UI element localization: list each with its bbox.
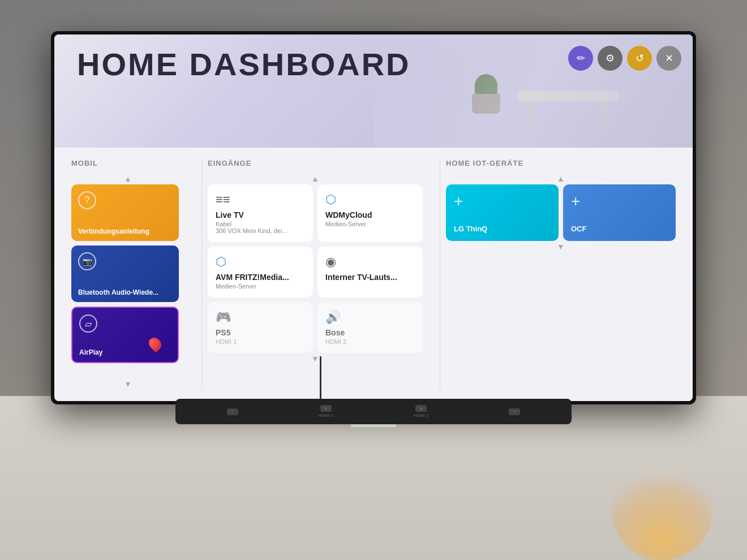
table-top [517, 91, 619, 101]
eingang-interner[interactable]: ◉ Interner TV-Lauts... [317, 247, 423, 298]
livetv-sub1: Kabel [216, 221, 305, 227]
eingang-livetv[interactable]: ≡≡ Live TV Kabel 306 VOX Mein Kind, dei.… [208, 184, 313, 242]
tv-frame: HOME DASHBOARD ✏ ⚙ ↺ ✕ MOBIL ▲ ? Verbind… [51, 31, 696, 404]
table-leg-right [602, 101, 608, 124]
ps5-sub1: HDMI 1 [216, 338, 305, 345]
plant [475, 74, 497, 97]
table-legs [517, 101, 619, 124]
lgthinq-plus: + [454, 192, 551, 210]
ocf-label: OCF [571, 225, 668, 233]
soundbar-hdmi1-btn[interactable]: ≡ HDMI 1 [318, 405, 333, 418]
verbindung-icon: ? [78, 191, 96, 209]
mobil-card-airplay[interactable]: ▱ AirPlay [71, 307, 179, 363]
eingang-label: EINGÄNGE [208, 159, 423, 167]
mobil-section: MOBIL ▲ ? Verbindungsanleitung 📷 Bluetoo… [71, 159, 184, 390]
livetv-icon: ≡≡ [216, 192, 305, 207]
iot-scroll-down[interactable]: ▼ [446, 241, 676, 252]
eingang-bose[interactable]: 🔊 Bose HDMI 2 [317, 302, 423, 353]
divider-2 [440, 159, 440, 390]
soundbar-up2-icon: ^ [509, 408, 520, 415]
cursor-indicator [146, 335, 164, 352]
bose-title: Bose [325, 328, 415, 337]
mobil-card-verbindung[interactable]: ? Verbindungsanleitung [71, 184, 179, 241]
ps5-icon: 🎮 [216, 310, 305, 325]
close-button[interactable]: ✕ [656, 46, 681, 71]
page-title: HOME DASHBOARD [77, 46, 411, 83]
soundbar-hdmi2-btn[interactable]: ≡ HDMI 2 [414, 405, 429, 418]
bose-sub1: HDMI 2 [325, 338, 415, 345]
plant-pot [472, 74, 500, 114]
soundbar-hdmi2-label: HDMI 2 [414, 413, 429, 418]
eingang-section: EINGÄNGE ▲ ≡≡ Live TV Kabel 306 VOX Mein… [208, 159, 423, 390]
divider-1 [201, 159, 202, 390]
interner-icon: ◉ [325, 255, 415, 269]
mobil-label: MOBIL [71, 159, 184, 167]
mobil-items: ? Verbindungsanleitung 📷 Bluetooth Audio… [71, 184, 184, 378]
iot-grid: + LG ThinQ + OCF [446, 184, 676, 241]
iot-lgthinq[interactable]: + LG ThinQ [446, 184, 559, 241]
lgthinq-label: LG ThinQ [454, 225, 551, 233]
verbindung-label: Verbindungsanleitung [78, 227, 149, 235]
livetv-sub2: 306 VOX Mein Kind, dei... [216, 227, 305, 234]
main-content: MOBIL ▲ ? Verbindungsanleitung 📷 Bluetoo… [54, 148, 693, 401]
mobil-scroll-down[interactable]: ▼ [71, 378, 184, 390]
pot-body [472, 94, 500, 114]
table-leg-left [529, 101, 534, 124]
eingang-grid: ≡≡ Live TV Kabel 306 VOX Mein Kind, dei.… [208, 184, 423, 353]
bluetooth-label: Bluetooth Audio-Wiede... [78, 288, 158, 296]
avm-icon: ⬡ [216, 255, 305, 269]
refresh-button[interactable]: ↺ [627, 46, 652, 71]
soundbar-hdmi1-icon: ≡ [320, 405, 332, 412]
avm-title: AVM FRITZ!Media... [216, 273, 305, 282]
bose-icon: 🔊 [325, 310, 415, 325]
soundbar-up-icon: ^ [227, 408, 238, 415]
eingang-scroll-down[interactable]: ▼ [208, 353, 423, 364]
soundbar: ^ ≡ HDMI 1 ≡ HDMI 2 ^ [175, 399, 572, 424]
eingang-scroll-up[interactable]: ▲ [208, 173, 423, 184]
bluetooth-icon: 📷 [78, 252, 96, 270]
iot-scroll-up[interactable]: ▲ [446, 173, 676, 184]
soundbar-hdmi2-icon: ≡ [415, 405, 427, 412]
eingang-avm[interactable]: ⬡ AVM FRITZ!Media... Medien-Server [208, 247, 313, 298]
airplay-icon: ▱ [79, 315, 97, 333]
mobil-scroll-up[interactable]: ▲ [71, 173, 184, 184]
iot-section: HOME IoT-GERÄTE ▲ + LG ThinQ + OCF ▼ [446, 159, 676, 390]
ocf-plus: + [571, 192, 668, 210]
tv-screen: HOME DASHBOARD ✏ ⚙ ↺ ✕ MOBIL ▲ ? Verbind… [54, 35, 693, 401]
interner-title: Interner TV-Lauts... [325, 273, 415, 282]
toolbar: ✏ ⚙ ↺ ✕ [568, 46, 681, 71]
livetv-title: Live TV [216, 210, 305, 219]
edit-button[interactable]: ✏ [568, 46, 593, 71]
mobil-card-bluetooth[interactable]: 📷 Bluetooth Audio-Wiede... [71, 245, 179, 302]
eingang-ps5[interactable]: 🎮 PS5 HDMI 1 [208, 302, 313, 353]
avm-sub1: Medien-Server [216, 283, 305, 290]
wdmycloud-icon: ⬡ [325, 192, 415, 207]
iot-ocf[interactable]: + OCF [563, 184, 676, 241]
wdmycloud-title: WDMyCloud [325, 210, 415, 219]
soundbar-up2-btn[interactable]: ^ [509, 408, 520, 415]
room-table [517, 91, 619, 125]
iot-label: HOME IoT-GERÄTE [446, 159, 676, 167]
warm-light [611, 458, 713, 560]
airplay-label: AirPlay [79, 348, 102, 356]
ps5-title: PS5 [216, 328, 305, 337]
soundbar-up-btn[interactable]: ^ [227, 408, 238, 415]
settings-button[interactable]: ⚙ [598, 46, 622, 71]
soundbar-hdmi1-label: HDMI 1 [318, 413, 333, 418]
wdmycloud-sub1: Medien-Server [325, 221, 415, 227]
eingang-wdmycloud[interactable]: ⬡ WDMyCloud Medien-Server [317, 184, 423, 242]
